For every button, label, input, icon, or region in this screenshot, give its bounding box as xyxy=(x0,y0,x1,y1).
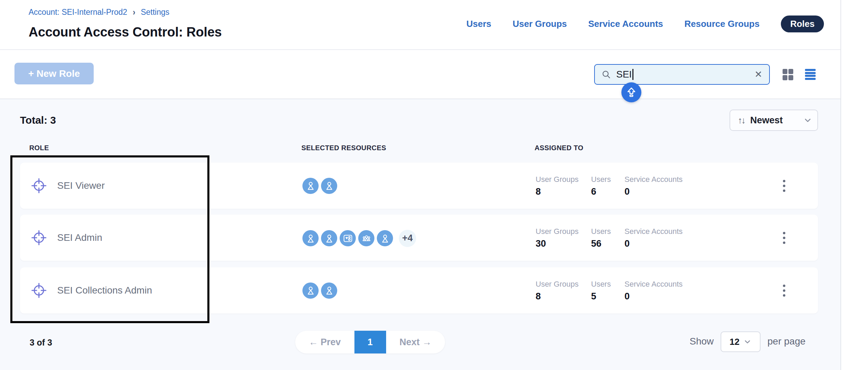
chevron-down-icon xyxy=(744,338,751,346)
selected-resources-avatars xyxy=(302,282,340,299)
tab-user-groups[interactable]: User Groups xyxy=(513,19,567,29)
user-avatar-icon xyxy=(377,230,393,246)
per-page-select[interactable]: 12 xyxy=(721,331,761,352)
tab-resource-groups[interactable]: Resource Groups xyxy=(684,19,760,29)
page-title: Account Access Control: Roles xyxy=(29,25,222,40)
user-avatar-icon xyxy=(321,178,337,194)
new-role-button[interactable]: + New Role xyxy=(14,63,94,84)
pagination: ← Prev 1 Next → xyxy=(295,331,445,353)
total-count: Total: 3 xyxy=(20,114,56,126)
stat-service-accounts: Service Accounts 0 xyxy=(624,280,683,302)
role-row-sei-viewer[interactable]: SEI Viewer User Groups 8 Users 6 Service… xyxy=(20,163,818,209)
user-avatar-icon xyxy=(302,282,319,299)
stat-user-groups: User Groups 30 xyxy=(536,227,579,249)
selected-resources-avatars xyxy=(302,178,340,194)
page-1-button[interactable]: 1 xyxy=(354,331,386,353)
chevron-down-icon xyxy=(804,116,812,124)
row-menu-kebab-icon[interactable] xyxy=(779,163,789,209)
search-input[interactable]: SEI ✕ xyxy=(594,64,770,85)
stat-service-accounts: Service Accounts 0 xyxy=(624,175,683,197)
user-avatar-icon xyxy=(321,282,337,299)
breadcrumb-account-link[interactable]: Account: SEI-Internal-Prod2 xyxy=(29,8,127,17)
grid-view-icon[interactable] xyxy=(783,69,793,80)
page-header: Account: SEI-Internal-Prod2 › Settings A… xyxy=(0,0,840,50)
clear-search-icon[interactable]: ✕ xyxy=(754,69,762,80)
stat-service-accounts: Service Accounts 0 xyxy=(624,227,683,249)
selected-resources-avatars: +4 xyxy=(302,230,416,247)
prev-page-button[interactable]: ← Prev xyxy=(295,331,354,353)
column-header-selected-resources: SELECTED RESOURCES xyxy=(301,144,386,152)
role-row-sei-collections-admin[interactable]: SEI Collections Admin User Groups 8 User… xyxy=(20,267,818,314)
per-page-label: per page xyxy=(767,336,806,347)
avatar-overflow-badge: +4 xyxy=(399,230,416,247)
sort-arrows-icon: ↑↓ xyxy=(738,115,745,126)
sort-selected-value: Newest xyxy=(750,115,783,126)
app-window: Account: SEI-Internal-Prod2 › Settings A… xyxy=(0,0,841,370)
user-avatar-icon xyxy=(302,230,319,246)
stat-users: Users 56 xyxy=(591,227,611,249)
stat-user-groups: User Groups 8 xyxy=(536,280,579,302)
next-page-button[interactable]: Next → xyxy=(386,331,445,353)
breadcrumb: Account: SEI-Internal-Prod2 › Settings xyxy=(29,8,169,17)
sort-dropdown[interactable]: ↑↓ Newest xyxy=(730,110,818,131)
list-view-icon[interactable] xyxy=(805,69,816,80)
tab-roles[interactable]: Roles xyxy=(781,16,824,32)
user-group-avatar-icon xyxy=(358,230,374,246)
role-row-sei-admin[interactable]: SEI Admin +4 User Groups 30 Users 56 Ser… xyxy=(20,215,818,261)
row-menu-kebab-icon[interactable] xyxy=(779,215,789,261)
tab-service-accounts[interactable]: Service Accounts xyxy=(588,19,663,29)
user-avatar-icon xyxy=(302,178,319,194)
show-label: Show xyxy=(690,336,714,347)
search-query-text: SEI xyxy=(616,69,632,80)
breadcrumb-settings-link[interactable]: Settings xyxy=(141,8,169,17)
text-cursor xyxy=(632,69,633,80)
search-icon xyxy=(601,69,611,80)
role-name: SEI Admin xyxy=(57,215,102,261)
shift-key-indicator-icon xyxy=(621,82,641,102)
role-target-icon xyxy=(31,178,47,194)
user-avatar-icon xyxy=(321,230,337,246)
tab-users[interactable]: Users xyxy=(466,19,491,29)
stat-users: Users 6 xyxy=(591,175,611,197)
column-header-role: ROLE xyxy=(29,144,49,152)
role-target-icon xyxy=(31,282,47,298)
resource-avatar-icon xyxy=(340,230,356,246)
stat-users: Users 5 xyxy=(591,280,611,302)
row-menu-kebab-icon[interactable] xyxy=(779,267,789,314)
role-target-icon xyxy=(31,230,47,246)
roles-list-section: Total: 3 ↑↓ Newest ROLE SELECTED RESOURC… xyxy=(0,99,840,370)
per-page-value: 12 xyxy=(730,337,740,347)
chevron-right-icon: › xyxy=(133,7,135,18)
column-header-assigned-to: ASSIGNED TO xyxy=(535,144,583,152)
access-control-tabs: Users User Groups Service Accounts Resou… xyxy=(466,16,824,32)
role-name: SEI Viewer xyxy=(57,163,105,209)
toolbar: + New Role SEI ✕ xyxy=(0,50,840,99)
role-name: SEI Collections Admin xyxy=(57,267,152,314)
stat-user-groups: User Groups 8 xyxy=(536,175,579,197)
page-range-count: 3 of 3 xyxy=(30,338,52,348)
